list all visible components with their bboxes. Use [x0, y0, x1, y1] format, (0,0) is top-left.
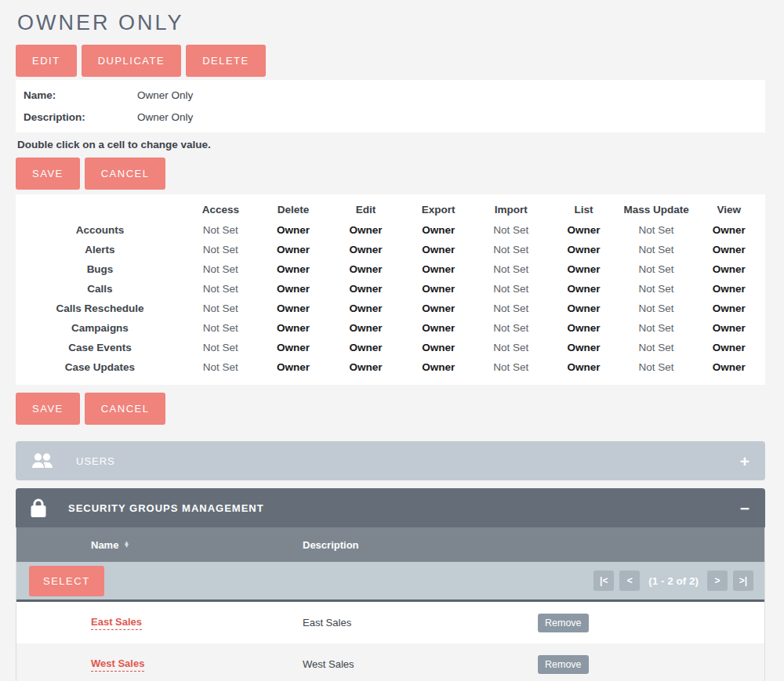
users-icon: [30, 451, 55, 470]
permission-cell[interactable]: Not Set: [475, 240, 548, 259]
cancel-button-top[interactable]: CANCEL: [85, 158, 166, 190]
row-action-cell: Remove: [538, 614, 764, 632]
permission-cell[interactable]: Not Set: [184, 357, 257, 377]
group-description: East Sales: [303, 617, 538, 628]
permission-cell[interactable]: Not Set: [475, 279, 548, 299]
duplicate-button[interactable]: DUPLICATE: [82, 45, 182, 77]
permission-cell[interactable]: Owner: [547, 220, 620, 240]
permission-cell[interactable]: Not Set: [184, 259, 257, 279]
pagination-prev-button[interactable]: <: [619, 571, 640, 591]
permission-cell[interactable]: Owner: [329, 357, 402, 377]
permission-cell[interactable]: Owner: [692, 279, 765, 299]
permission-cell[interactable]: Not Set: [184, 220, 257, 240]
collapse-icon[interactable]: −: [740, 500, 750, 516]
permission-cell[interactable]: Owner: [692, 299, 765, 318]
permission-cell[interactable]: Owner: [402, 299, 475, 318]
edit-button[interactable]: EDIT: [16, 45, 77, 77]
permission-cell[interactable]: Owner: [257, 220, 330, 240]
permission-cell[interactable]: Not Set: [620, 220, 693, 240]
remove-button[interactable]: Remove: [538, 614, 589, 632]
permission-cell[interactable]: Not Set: [620, 357, 693, 377]
pagination-last-button[interactable]: >|: [733, 571, 753, 591]
pagination-first-button[interactable]: |<: [593, 571, 614, 591]
permission-cell[interactable]: Not Set: [475, 299, 548, 318]
permission-column-header: List: [547, 199, 620, 220]
permission-column-header: Export: [402, 199, 475, 220]
permission-cell[interactable]: Owner: [692, 220, 765, 240]
permission-cell[interactable]: Owner: [547, 357, 620, 377]
permissions-actions-bottom: SAVE CANCEL: [16, 393, 765, 425]
permission-cell[interactable]: Owner: [692, 240, 765, 259]
security-group-row: West Sales West Sales Remove: [16, 643, 764, 681]
cancel-button-bottom[interactable]: CANCEL: [85, 393, 166, 425]
permission-cell[interactable]: Not Set: [620, 259, 693, 279]
permission-cell[interactable]: Owner: [257, 318, 330, 338]
permission-cell[interactable]: Not Set: [620, 240, 693, 259]
permission-cell[interactable]: Owner: [547, 318, 620, 338]
permission-cell[interactable]: Owner: [547, 279, 620, 299]
permission-cell[interactable]: Owner: [402, 318, 475, 338]
permission-cell[interactable]: Owner: [402, 220, 475, 240]
save-button-bottom[interactable]: SAVE: [16, 393, 80, 425]
permission-cell[interactable]: Not Set: [475, 220, 548, 240]
permission-cell[interactable]: Owner: [692, 318, 765, 338]
permission-cell[interactable]: Owner: [547, 240, 620, 259]
remove-button[interactable]: Remove: [538, 655, 589, 674]
permission-cell[interactable]: Not Set: [620, 299, 693, 318]
module-name: Accounts: [16, 220, 184, 240]
permission-cell[interactable]: Owner: [257, 279, 330, 299]
permission-cell[interactable]: Owner: [692, 357, 765, 377]
select-button[interactable]: SELECT: [29, 566, 104, 596]
permission-cell[interactable]: Not Set: [184, 299, 257, 318]
permission-cell[interactable]: Owner: [402, 279, 475, 299]
module-name: Campaigns: [16, 318, 184, 338]
permission-cell[interactable]: Owner: [402, 357, 475, 377]
permission-cell[interactable]: Owner: [257, 240, 330, 259]
group-name-link[interactable]: East Sales: [91, 616, 142, 630]
permission-cell[interactable]: Owner: [329, 318, 402, 338]
permission-cell[interactable]: Owner: [329, 338, 402, 357]
pagination-next-button[interactable]: >: [707, 571, 728, 591]
page-title: OWNER ONLY: [16, 8, 765, 37]
permission-cell[interactable]: Not Set: [475, 357, 548, 377]
permission-cell[interactable]: Not Set: [184, 318, 257, 338]
permission-cell[interactable]: Not Set: [184, 338, 257, 357]
permission-cell[interactable]: Owner: [257, 299, 330, 318]
pagination: |< < (1 - 2 of 2) > >|: [593, 571, 753, 591]
permission-cell[interactable]: Owner: [692, 259, 765, 279]
permission-cell[interactable]: Owner: [257, 357, 330, 377]
permission-cell[interactable]: Owner: [329, 220, 402, 240]
security-groups-panel-title: SECURITY GROUPS MANAGEMENT: [68, 502, 264, 514]
permission-cell[interactable]: Owner: [402, 338, 475, 357]
permission-cell[interactable]: Owner: [329, 299, 402, 318]
permission-cell[interactable]: Owner: [257, 338, 330, 357]
group-name-link[interactable]: West Sales: [91, 657, 144, 672]
users-panel-header[interactable]: USERS +: [16, 441, 765, 480]
permission-column-header: Import: [475, 199, 548, 220]
permission-cell[interactable]: Not Set: [475, 259, 548, 279]
permission-cell[interactable]: Not Set: [184, 279, 257, 299]
permission-cell[interactable]: Owner: [547, 259, 620, 279]
permission-cell[interactable]: Not Set: [620, 279, 693, 299]
sort-icon[interactable]: ▲ ▼: [123, 542, 129, 549]
save-button-top[interactable]: SAVE: [16, 158, 80, 190]
column-header-name[interactable]: Name ▲ ▼: [91, 539, 303, 551]
security-groups-panel-header[interactable]: SECURITY GROUPS MANAGEMENT −: [16, 488, 765, 527]
permission-cell[interactable]: Owner: [402, 259, 475, 279]
permission-cell[interactable]: Owner: [329, 240, 402, 259]
permission-cell[interactable]: Not Set: [620, 338, 693, 357]
expand-icon[interactable]: +: [740, 453, 750, 469]
permission-cell[interactable]: Owner: [257, 259, 330, 279]
delete-button[interactable]: DELETE: [186, 45, 266, 77]
permission-cell[interactable]: Owner: [547, 299, 620, 318]
permission-cell[interactable]: Not Set: [620, 318, 693, 338]
permission-cell[interactable]: Owner: [329, 259, 402, 279]
permission-cell[interactable]: Owner: [402, 240, 475, 259]
permission-cell[interactable]: Not Set: [184, 240, 257, 259]
permission-cell[interactable]: Owner: [547, 338, 620, 357]
permission-cell[interactable]: Owner: [692, 338, 765, 357]
permission-cell[interactable]: Not Set: [475, 338, 548, 357]
permission-cell[interactable]: Not Set: [475, 318, 548, 338]
permission-cell[interactable]: Owner: [329, 279, 402, 299]
module-name: Alerts: [16, 240, 184, 259]
